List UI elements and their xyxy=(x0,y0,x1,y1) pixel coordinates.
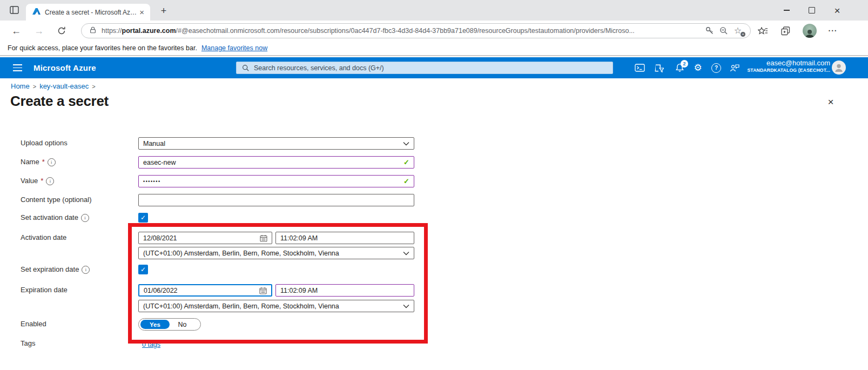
upload-options-select[interactable]: Manual xyxy=(138,137,414,150)
toggle-yes-option[interactable]: Yes xyxy=(140,320,170,329)
tags-link[interactable]: 0 tags xyxy=(142,341,160,348)
person-icon xyxy=(834,63,844,72)
close-icon: × xyxy=(834,5,840,16)
browser-profile-avatar[interactable] xyxy=(803,24,817,38)
content-type-input[interactable] xyxy=(138,194,414,206)
favorites-message: For quick access, place your favorites h… xyxy=(8,44,197,52)
tab-close-icon[interactable]: × xyxy=(138,8,146,17)
refresh-button[interactable] xyxy=(55,24,69,38)
cloud-shell-button[interactable] xyxy=(631,57,648,78)
checkmark-icon: ✓ xyxy=(140,266,146,273)
refresh-icon xyxy=(57,26,66,35)
info-icon: i xyxy=(46,177,54,185)
favorites-button[interactable] xyxy=(755,24,770,38)
set-expiration-date-checkbox[interactable]: ✓ xyxy=(138,265,148,274)
valid-check-icon: ✓ xyxy=(403,158,409,166)
expiration-date-label: Expiration date xyxy=(21,286,68,294)
help-icon: ? xyxy=(711,63,721,73)
activation-date-input[interactable]: 12/08/2021 xyxy=(138,232,272,244)
plus-badge-icon: + xyxy=(741,32,745,37)
page-title-menu[interactable]: ··· xyxy=(98,99,107,107)
lock-icon xyxy=(89,26,97,36)
info-icon: i xyxy=(48,158,56,166)
minimize-icon xyxy=(784,10,790,10)
chevron-down-icon xyxy=(403,304,409,308)
expiration-time-input[interactable]: 11:02:09 AM xyxy=(275,284,414,297)
help-button[interactable]: ? xyxy=(708,57,725,78)
cloud-shell-icon xyxy=(635,64,645,72)
valid-check-icon: ✓ xyxy=(403,177,409,185)
directory-filter-button[interactable] xyxy=(650,57,668,78)
calendar-icon[interactable] xyxy=(260,234,267,242)
zoom-out-icon[interactable] xyxy=(717,24,731,37)
address-bar[interactable]: https://portal.azure.com/#@easechotmail.… xyxy=(81,23,751,38)
window-close-button[interactable]: × xyxy=(825,0,850,21)
set-expiration-date-label: Set expiration datei xyxy=(21,265,90,274)
portal-menu-button[interactable] xyxy=(5,57,29,78)
vertical-tabs-icon xyxy=(10,6,19,16)
window-maximize-button[interactable] xyxy=(799,0,824,21)
manage-favorites-link[interactable]: Manage favorites now xyxy=(201,44,267,52)
settings-button[interactable]: ⚙ xyxy=(689,57,706,78)
azure-avatar[interactable] xyxy=(832,60,846,75)
chevron-down-icon xyxy=(403,142,409,146)
vertical-tabs-button[interactable] xyxy=(8,4,21,17)
breadcrumb-keyvault-link[interactable]: key-vault-easec xyxy=(39,82,89,90)
account-info[interactable]: easec@hotmail.com STANDARDKATALOG (EASEC… xyxy=(747,59,830,73)
window-minimize-button[interactable] xyxy=(774,0,799,21)
value-label: Value*i xyxy=(21,177,54,185)
value-input[interactable]: ••••••• ✓ xyxy=(138,175,414,187)
page-close-button[interactable]: × xyxy=(824,96,837,109)
browser-window: Create a secret - Microsoft Azure × + × … xyxy=(0,0,868,370)
browser-menu-button[interactable]: ··· xyxy=(825,24,840,38)
chevron-down-icon xyxy=(403,251,409,255)
info-icon: i xyxy=(81,214,89,222)
set-activation-date-checkbox[interactable]: ✓ xyxy=(138,213,148,223)
breadcrumb: Home > key-vault-easec > xyxy=(11,82,96,90)
info-icon: i xyxy=(82,266,90,274)
expiration-timezone-select[interactable]: (UTC+01:00) Amsterdam, Berlin, Bern, Rom… xyxy=(138,300,414,312)
add-favorite-icon[interactable]: ☆ + xyxy=(731,24,745,37)
new-tab-button[interactable]: + xyxy=(158,5,170,17)
activation-date-label: Activation date xyxy=(21,233,66,242)
calendar-icon[interactable] xyxy=(259,287,267,294)
directory-filter-icon xyxy=(655,64,664,72)
enabled-toggle[interactable]: Yes No xyxy=(138,318,201,331)
maximize-icon xyxy=(809,7,815,14)
tab-title: Create a secret - Microsoft Azure xyxy=(45,9,138,16)
upload-options-label: Upload options xyxy=(21,139,68,147)
name-input[interactable]: easec-new ✓ xyxy=(138,156,414,169)
person-photo-icon xyxy=(804,29,815,38)
feedback-icon xyxy=(730,64,739,72)
account-email: easec@hotmail.com xyxy=(747,59,830,68)
content-type-label: Content type (optional) xyxy=(21,196,92,204)
favorites-bar: For quick access, place your favorites h… xyxy=(0,41,868,56)
page-title: Create a secret xyxy=(10,93,109,110)
chevron-right-icon: > xyxy=(33,83,36,90)
password-key-icon[interactable] xyxy=(703,24,717,37)
expiration-date-input[interactable]: 01/06/2022 xyxy=(138,284,272,297)
azure-favicon xyxy=(32,8,41,17)
global-search-input[interactable]: Search resources, services, and docs (G+… xyxy=(236,62,613,74)
search-icon xyxy=(242,64,250,72)
collections-button[interactable] xyxy=(778,24,793,38)
feedback-button[interactable] xyxy=(726,57,743,78)
chevron-right-icon: > xyxy=(92,83,95,90)
set-activation-date-label: Set activation datei xyxy=(21,213,89,222)
toggle-no-option[interactable]: No xyxy=(170,321,195,328)
activation-timezone-select[interactable]: (UTC+01:00) Amsterdam, Berlin, Bern, Rom… xyxy=(138,247,414,259)
name-label: Name*i xyxy=(21,158,56,166)
browser-tab[interactable]: Create a secret - Microsoft Azure × xyxy=(26,4,150,21)
url-text: https://portal.azure.com/#@easechotmail.… xyxy=(102,27,703,35)
forward-button[interactable]: → xyxy=(32,24,46,38)
collections-icon xyxy=(781,26,790,36)
back-button[interactable]: ← xyxy=(9,24,23,38)
azure-brand[interactable]: Microsoft Azure xyxy=(33,63,96,72)
breadcrumb-home-link[interactable]: Home xyxy=(11,82,30,90)
favorites-star-icon xyxy=(758,27,768,35)
account-directory: STANDARDKATALOG (EASECHOT... xyxy=(747,68,830,73)
checkmark-icon: ✓ xyxy=(140,214,146,221)
search-placeholder: Search resources, services, and docs (G+… xyxy=(254,64,384,72)
notification-badge: 2 xyxy=(681,60,688,68)
activation-time-input[interactable]: 11:02:09 AM xyxy=(275,232,414,244)
